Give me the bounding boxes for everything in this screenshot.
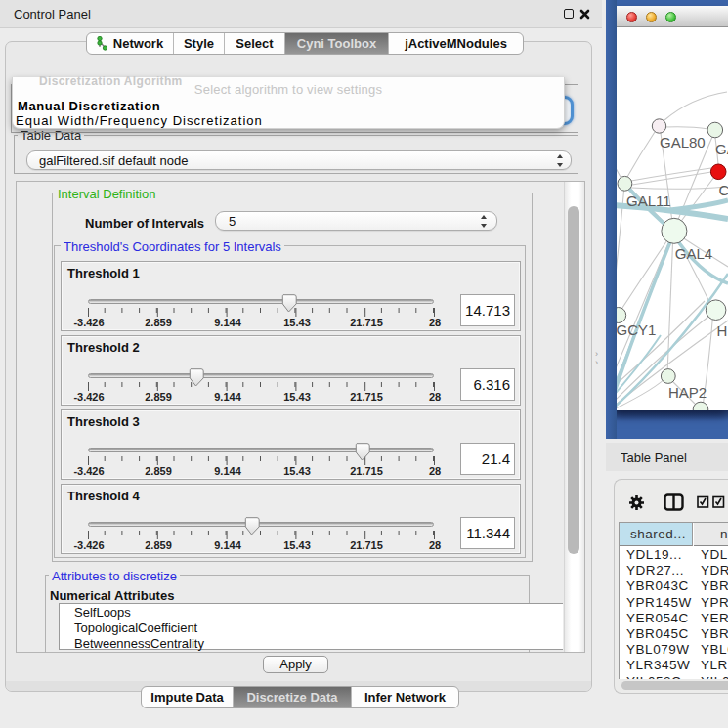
svg-text:GAL11: GAL11 — [626, 193, 671, 209]
svg-text:H: H — [717, 322, 728, 339]
svg-text:C: C — [719, 182, 728, 198]
svg-text:GAL80: GAL80 — [660, 134, 706, 150]
svg-text:HAP2: HAP2 — [668, 384, 707, 401]
svg-text:GA: GA — [715, 141, 728, 157]
svg-text:GCY1: GCY1 — [617, 321, 656, 338]
svg-text:GAL4: GAL4 — [675, 245, 712, 262]
